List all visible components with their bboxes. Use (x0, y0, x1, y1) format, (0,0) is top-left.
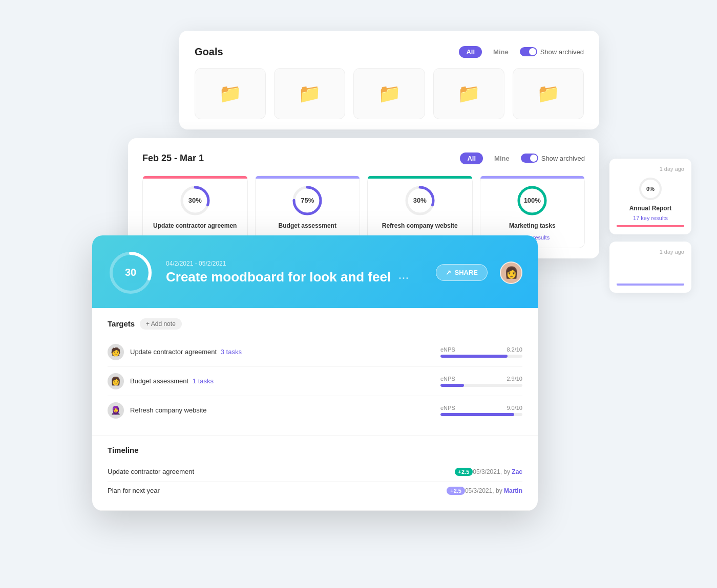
timeline-row-1: Update contractor agreement +2.5 05/3/20… (108, 463, 522, 482)
header-dots: ··· (398, 273, 409, 284)
score-bar-bg-1 (440, 355, 522, 358)
score-bar-bg-3 (440, 413, 522, 416)
score-bar-fill-1 (440, 355, 508, 358)
header-title: Create moodboard for look and feel ··· (166, 269, 424, 285)
target-score-3: eNPS 9.0/10 (440, 405, 522, 416)
add-note-button[interactable]: + Add note (140, 318, 182, 330)
folder-card-5[interactable]: 📁 (513, 68, 584, 119)
folder-card-2[interactable]: 📁 (274, 68, 345, 119)
score-value-2: 2.9/10 (507, 376, 522, 382)
goals-btn-mine[interactable]: Mine (486, 46, 516, 58)
timeline-section: Timeline Update contractor agreement +2.… (92, 435, 538, 511)
weekly-right-cards: 1 day ago 0% Annual Report 17 key result… (609, 159, 691, 293)
weekly-panel-title: Feb 25 - Mar 1 (142, 153, 204, 164)
donut-wrap-2: 75% (291, 184, 324, 217)
target-name-2: Budget assessment 1 tasks (130, 377, 440, 385)
donut-wrap-4: 100% (516, 184, 549, 217)
score-bar-bg-2 (440, 384, 522, 387)
timeline-item-name-2: Plan for next year (108, 487, 442, 494)
weekly-toggle-thumb (530, 155, 537, 162)
score-label-3: eNPS (440, 405, 455, 411)
folder-card-1[interactable]: 📁 (195, 68, 266, 119)
score-value-3: 9.0/10 (507, 405, 522, 411)
targets-title: Targets (108, 319, 135, 328)
weekly-archived-toggle[interactable]: Show archived (521, 154, 585, 163)
target-row-3: 🧕 Refresh company website eNPS 9.0/10 (108, 396, 522, 425)
toggle-thumb (529, 48, 536, 55)
target-link-1[interactable]: 3 tasks (221, 348, 242, 356)
targets-section: Targets + Add note 🧑 Update contractor a… (92, 308, 538, 435)
right-card-sub-1: 17 key results (633, 215, 668, 221)
score-label-1: eNPS (440, 346, 455, 353)
detail-panel: 30 04/2/2021 - 05/2/2021 Create moodboar… (92, 235, 538, 511)
timeline-item-name-1: Update contractor agreement (108, 468, 451, 475)
target-link-2[interactable]: 1 tasks (193, 377, 214, 385)
goals-archived-toggle[interactable]: Show archived (520, 47, 584, 56)
folder-card-3[interactable]: 📁 (353, 68, 425, 119)
right-card-timestamp-2: 1 day ago (617, 249, 684, 255)
timeline-title: Timeline (108, 446, 139, 454)
right-card-name-1: Annual Report (629, 205, 672, 212)
share-icon: ↗ (446, 269, 451, 276)
right-card-timestamp-1: 1 day ago (617, 166, 684, 172)
target-name-3: Refresh company website (130, 406, 440, 414)
donut-wrap-1: 30% (179, 184, 212, 217)
score-value-1: 8.2/10 (507, 346, 522, 353)
archived-label: Show archived (540, 48, 584, 56)
goal-card-name-2: Budget assessment (279, 222, 336, 229)
target-avatar-3: 🧕 (108, 402, 124, 419)
avatar: 👩 (500, 262, 522, 284)
goals-panel-title: Goals (195, 46, 223, 58)
donut-pct-1: 30% (188, 197, 202, 204)
score-label-2: eNPS (440, 376, 455, 382)
timeline-badge-2: +2.5 (447, 487, 465, 495)
target-score-1: eNPS 8.2/10 (440, 346, 522, 358)
goals-panel: Goals All Mine Show archived 📁 📁 📁 (179, 31, 599, 129)
goals-toggle-group: All Mine Show archived (459, 46, 584, 58)
donut-pct-2: 75% (301, 197, 314, 204)
folder-icon-1: 📁 (219, 83, 242, 104)
header-dates: 04/2/2021 - 05/2/2021 (166, 260, 424, 267)
big-donut-pct: 30 (125, 267, 136, 278)
weekly-btn-mine[interactable]: Mine (487, 153, 517, 164)
score-bar-fill-3 (440, 413, 514, 416)
right-card-1[interactable]: 1 day ago 0% Annual Report 17 key result… (609, 159, 691, 234)
timeline-row-2: Plan for next year +2.5 05/3/2021, by Ma… (108, 482, 522, 500)
goals-btn-all[interactable]: All (459, 46, 482, 58)
timeline-date-1: 05/3/2021, by Zac (473, 468, 522, 475)
goal-card-bar-3 (368, 176, 472, 179)
right-card-donut-1: 0% Annual Report 17 key results (617, 176, 684, 221)
timeline-author-1: Zac (512, 468, 522, 475)
target-row-2: 👩 Budget assessment 1 tasks eNPS 2.9/10 (108, 367, 522, 396)
goal-card-name-3: Refresh company website (382, 222, 458, 229)
right-donut-wrap-1: 0% (638, 176, 663, 202)
folder-icon-5: 📁 (537, 83, 560, 104)
weekly-archived-label: Show archived (541, 155, 585, 162)
target-name-1: Update contractor agreement 3 tasks (130, 348, 440, 356)
weekly-btn-all[interactable]: All (460, 153, 483, 164)
right-card-2[interactable]: 1 day ago (609, 242, 691, 293)
target-avatar-1: 🧑 (108, 344, 124, 360)
weekly-toggle-group: All Mine Show archived (460, 153, 585, 164)
goal-card-bar-1 (143, 176, 247, 179)
goal-card-name-4: Marketing tasks (509, 222, 556, 229)
big-donut-wrap: 30 (108, 250, 154, 296)
folder-card-4[interactable]: 📁 (433, 68, 504, 119)
header-info: 04/2/2021 - 05/2/2021 Create moodboard f… (166, 260, 424, 285)
folder-icon-2: 📁 (298, 83, 321, 104)
timeline-section-header: Timeline (108, 446, 522, 454)
folder-icon-4: 📁 (457, 83, 480, 104)
targets-section-header: Targets + Add note (108, 318, 522, 330)
folder-icon-3: 📁 (378, 83, 401, 104)
toggle-track[interactable] (520, 47, 537, 56)
donut-wrap-3: 30% (404, 184, 436, 217)
donut-pct-4: 100% (524, 197, 541, 204)
timeline-date-2: 05/3/2021, by Martin (465, 487, 522, 494)
weekly-panel-header: Feb 25 - Mar 1 All Mine Show archived (142, 153, 585, 164)
goal-card-bar-2 (256, 176, 360, 179)
timeline-badge-1: +2.5 (455, 468, 473, 476)
goals-panel-header: Goals All Mine Show archived (195, 46, 584, 58)
share-button[interactable]: ↗ SHARE (436, 264, 488, 281)
weekly-toggle-track[interactable] (521, 154, 538, 163)
goal-card-bar-4 (480, 176, 585, 179)
